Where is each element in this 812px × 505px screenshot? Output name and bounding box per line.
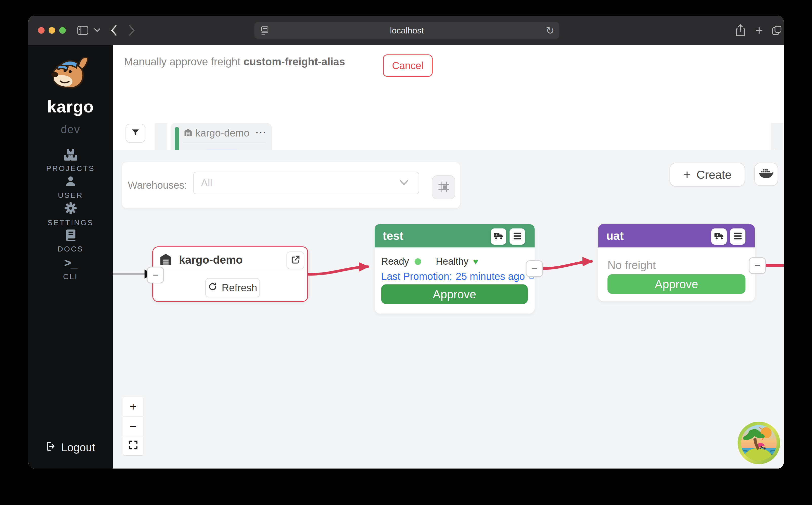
stage-name: test — [383, 229, 403, 242]
divider — [183, 143, 266, 143]
approve-button-uat[interactable]: Approve — [607, 274, 746, 294]
sidebar: kargo dev PROJECTS USER SETTINGS DOCS — [28, 45, 112, 469]
last-promotion-link[interactable]: Last Promotion: 25 minutes ago — [381, 271, 535, 282]
stage-node-uat[interactable]: uat No freight Approve — [598, 224, 755, 301]
fit-view-icon — [128, 439, 138, 453]
create-label: Create — [697, 168, 732, 182]
edge-warehouse-to-test — [308, 267, 368, 274]
chevron-down-icon — [399, 179, 409, 187]
plus-icon: + — [683, 167, 691, 182]
tab-overview-icon[interactable] — [770, 16, 784, 45]
sidebar-item-user[interactable]: USER — [28, 175, 112, 200]
boxes-icon — [64, 148, 77, 162]
test-collapse-handle[interactable]: − — [526, 261, 543, 277]
heart-icon: ♥ — [473, 257, 478, 267]
stage-node-test[interactable]: test Ready Healthy ♥ — [374, 224, 535, 314]
sidebar-item-docs[interactable]: DOCS — [28, 228, 112, 253]
user-icon — [64, 175, 77, 188]
freight-timeline: ◀ kargo-demo ⋯ 1.28.0 33 minutes ▶ — [112, 78, 784, 150]
pipeline-canvas[interactable]: Warehouses: All + Create — [112, 150, 784, 469]
truck-icon — [714, 232, 724, 241]
health-label: Healthy — [436, 256, 469, 267]
sidebar-item-label: SETTINGS — [47, 218, 93, 227]
external-link-icon — [291, 255, 300, 266]
warehouse-open-button[interactable] — [287, 251, 304, 269]
refresh-icon — [208, 282, 217, 294]
page-title: Manually approve freightcustom-freight-a… — [124, 56, 345, 68]
warehouse-icon — [184, 128, 192, 138]
browser-window: localhost ↻ + kargo dev — [28, 16, 784, 469]
uat-collapse-handle[interactable]: − — [749, 257, 766, 274]
sidebar-item-settings[interactable]: SETTINGS — [28, 202, 112, 227]
close-window-button[interactable] — [38, 27, 44, 34]
logout-icon — [46, 441, 56, 454]
logout-button[interactable]: Logout — [28, 441, 112, 454]
zoom-in-button[interactable]: + — [123, 397, 143, 416]
edge-test-to-uat — [542, 262, 591, 269]
warehouse-node[interactable]: kargo-demo Refresh — [153, 246, 308, 302]
freight-alias: custom-freight-alias — [244, 56, 345, 67]
sidebar-item-cli[interactable]: >_ CLI — [28, 256, 112, 281]
logo-wordmark: kargo — [28, 97, 112, 116]
warehouses-select-value: All — [201, 177, 212, 189]
docker-images-button[interactable] — [754, 163, 778, 186]
warehouses-select[interactable]: All — [193, 172, 419, 194]
new-tab-icon[interactable]: + — [752, 16, 766, 45]
reload-icon[interactable]: ↻ — [546, 25, 554, 36]
share-icon[interactable] — [734, 16, 747, 45]
sidebar-toggle-icon[interactable] — [76, 16, 89, 45]
minimize-window-button[interactable] — [49, 27, 55, 34]
zoom-out-button[interactable]: − — [123, 416, 143, 436]
fit-view-button[interactable] — [123, 437, 143, 455]
main-content: Manually approve freightcustom-freight-a… — [112, 45, 784, 469]
back-icon[interactable] — [107, 16, 120, 45]
sidebar-item-projects[interactable]: PROJECTS — [28, 148, 112, 173]
hamburger-icon — [734, 232, 742, 241]
truck-icon — [494, 232, 504, 241]
zoom-window-button[interactable] — [59, 27, 66, 34]
ready-dot-icon — [415, 258, 421, 265]
page-header: Manually approve freightcustom-freight-a… — [112, 45, 784, 78]
last-promotion-value: 25 minutes ago — [456, 271, 525, 282]
docker-icon — [759, 168, 774, 181]
create-button[interactable]: + Create — [669, 163, 745, 187]
sidebar-item-label: DOCS — [57, 244, 83, 253]
warehouses-label: Warehouses: — [128, 162, 187, 208]
stage-menu-button[interactable] — [730, 228, 746, 244]
title-prefix: Manually approve freight — [124, 56, 240, 67]
hamburger-icon — [513, 232, 522, 241]
refresh-button[interactable]: Refresh — [205, 278, 260, 297]
warehouse-icon — [159, 253, 172, 267]
warehouse-node-header: kargo-demo — [159, 253, 243, 267]
sidebar-item-label: CLI — [63, 272, 78, 281]
sidebar-item-label: USER — [58, 191, 83, 200]
approve-button-test[interactable]: Approve — [381, 285, 528, 304]
kargo-logo[interactable] — [28, 53, 112, 96]
version-label: dev — [28, 123, 112, 136]
filter-icon — [131, 128, 140, 138]
island-easter-egg-icon[interactable] — [738, 422, 780, 464]
freight-more-icon[interactable]: ⋯ — [255, 126, 267, 139]
warehouse-collapse-handle[interactable]: − — [147, 267, 164, 284]
reader-icon[interactable] — [260, 26, 270, 37]
gear-icon — [64, 202, 77, 216]
sidebar-item-label: PROJECTS — [46, 164, 95, 173]
stage-menu-button[interactable] — [510, 228, 525, 244]
chevron-down-icon[interactable] — [92, 16, 102, 45]
stage-status-row: Ready Healthy ♥ — [381, 256, 478, 267]
ready-label: Ready — [381, 256, 409, 267]
address-bar[interactable]: localhost ↻ — [254, 22, 559, 39]
freight-timeline-button[interactable] — [491, 228, 506, 244]
browser-titlebar: localhost ↻ + — [28, 16, 784, 45]
last-promotion-label: Last Promotion: — [381, 271, 452, 282]
warehouses-panel: Warehouses: All — [122, 162, 460, 208]
freight-timeline-button[interactable] — [711, 228, 727, 244]
divider — [153, 271, 307, 271]
forward-icon[interactable] — [126, 16, 139, 45]
filter-button[interactable] — [125, 124, 145, 143]
no-freight-label: No freight — [607, 259, 656, 272]
freight-images-button[interactable] — [432, 175, 455, 199]
cancel-button[interactable]: Cancel — [383, 54, 433, 77]
refresh-label: Refresh — [222, 282, 257, 294]
stage-name: uat — [606, 229, 624, 242]
